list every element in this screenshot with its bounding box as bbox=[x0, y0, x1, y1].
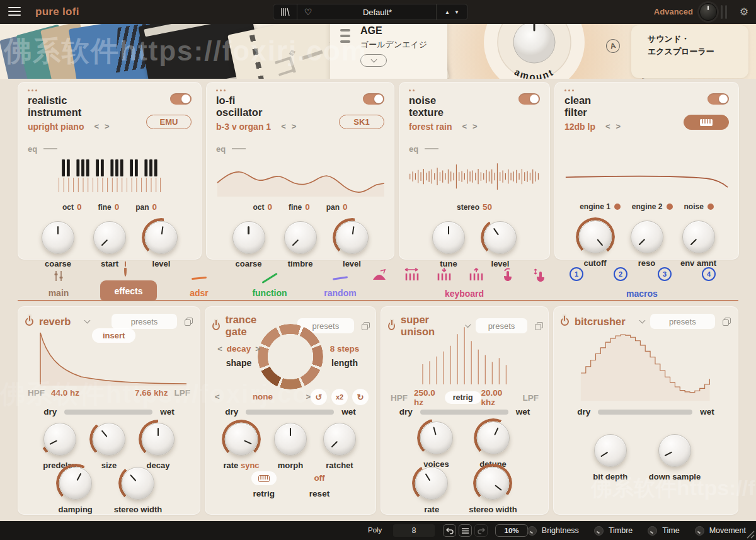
rotate-left-button[interactable]: ↺ bbox=[311, 389, 327, 405]
module-mode-badge[interactable]: EMU bbox=[146, 115, 192, 129]
voices-knob[interactable] bbox=[420, 422, 453, 454]
poly-value-field[interactable]: 8 bbox=[393, 524, 435, 537]
rate-knob[interactable] bbox=[225, 423, 258, 456]
engine1-route-dot[interactable] bbox=[614, 204, 621, 210]
expand-chevron-button[interactable] bbox=[360, 54, 387, 67]
favorite-heart-icon[interactable]: ♡ bbox=[297, 7, 319, 17]
rate-knob[interactable] bbox=[415, 467, 448, 500]
module-preset-name[interactable]: upright piano bbox=[28, 122, 84, 132]
current-preset-name[interactable]: Default* bbox=[319, 8, 436, 17]
macro-2-icon[interactable]: 2 bbox=[614, 267, 627, 281]
oct-value[interactable]: 0 bbox=[267, 202, 272, 212]
module-enable-toggle[interactable] bbox=[170, 93, 192, 105]
sync-label[interactable]: sync bbox=[241, 461, 260, 470]
macro-brightness[interactable]: Brightness bbox=[527, 526, 579, 536]
settings-gear-icon[interactable]: ⚙ bbox=[740, 6, 748, 18]
start-knob[interactable] bbox=[93, 221, 126, 254]
hpf-value[interactable]: 44.0 hz bbox=[51, 388, 79, 398]
macro-3-icon[interactable]: 3 bbox=[658, 267, 672, 281]
gate-steps-ring[interactable] bbox=[258, 324, 323, 389]
dry-wet-slider[interactable] bbox=[420, 410, 508, 415]
module-options-dots[interactable] bbox=[216, 88, 296, 92]
prev-arrow-icon[interactable]: < bbox=[94, 122, 99, 131]
age-preset-card[interactable]: AGE ゴールデンエイジ bbox=[330, 24, 447, 79]
level-knob[interactable] bbox=[484, 221, 517, 254]
next-arrow-icon[interactable]: > bbox=[306, 392, 311, 401]
next-arrow-icon[interactable]: > bbox=[616, 122, 621, 131]
eq-mini-slider[interactable] bbox=[425, 148, 438, 149]
pattern-value[interactable]: none bbox=[253, 392, 273, 401]
tab-adsr[interactable]: adsr bbox=[174, 267, 224, 298]
dry-wet-slider[interactable] bbox=[64, 410, 152, 415]
advanced-toggle[interactable]: Advanced bbox=[654, 7, 693, 16]
library-icon[interactable] bbox=[273, 4, 297, 20]
copy-icon[interactable] bbox=[535, 322, 541, 330]
noise-route-dot[interactable] bbox=[707, 204, 714, 210]
module-enable-toggle[interactable] bbox=[707, 93, 729, 105]
chevron-down-icon[interactable] bbox=[84, 318, 91, 324]
next-arrow-icon[interactable]: > bbox=[255, 344, 260, 353]
module-preset-name[interactable]: 12db lp bbox=[564, 122, 595, 132]
macro-time[interactable]: Time bbox=[648, 526, 679, 536]
stereo-width-knob[interactable] bbox=[122, 467, 154, 500]
copy-icon[interactable] bbox=[185, 318, 193, 326]
zoom-level-button[interactable]: 10% bbox=[495, 524, 528, 537]
decay-knob[interactable] bbox=[142, 423, 175, 456]
morph-knob[interactable] bbox=[274, 423, 307, 456]
bit-depth-knob[interactable] bbox=[594, 434, 627, 467]
prev-arrow-icon[interactable]: < bbox=[281, 122, 286, 131]
double-button[interactable]: x2 bbox=[331, 389, 348, 405]
macro-1-icon[interactable]: 1 bbox=[570, 267, 583, 281]
module-preset-name[interactable]: b-3 v organ 1 bbox=[216, 122, 271, 132]
module-mode-badge[interactable]: SK1 bbox=[339, 115, 384, 129]
preset-previous-arrow[interactable]: ▲ bbox=[445, 9, 450, 15]
history-menu-button[interactable] bbox=[459, 524, 472, 537]
macro-knob-icon[interactable] bbox=[527, 526, 537, 536]
undo-button[interactable] bbox=[443, 524, 456, 537]
keyboard-tracking-badge[interactable] bbox=[684, 115, 729, 130]
mod-touch-icon[interactable] bbox=[532, 267, 547, 282]
module-enable-toggle[interactable] bbox=[518, 93, 540, 105]
next-arrow-icon[interactable]: > bbox=[105, 122, 110, 131]
power-icon[interactable] bbox=[25, 318, 33, 326]
prev-arrow-icon[interactable]: < bbox=[217, 344, 222, 353]
chevron-down-icon[interactable] bbox=[639, 318, 645, 324]
level-knob[interactable] bbox=[145, 221, 178, 254]
oct-value[interactable]: 0 bbox=[77, 202, 82, 212]
level-knob[interactable] bbox=[336, 221, 369, 254]
lpf-value[interactable]: 7.66 khz bbox=[135, 388, 168, 398]
resize-handle[interactable] bbox=[747, 531, 755, 539]
fine-value[interactable]: 0 bbox=[115, 202, 120, 212]
macros-section-label[interactable]: macros bbox=[617, 289, 667, 299]
tune-knob[interactable] bbox=[432, 221, 465, 254]
pan-value[interactable]: 0 bbox=[152, 202, 158, 212]
hpf-value[interactable]: 250.0 hz bbox=[414, 388, 445, 407]
reset-value[interactable]: off bbox=[309, 471, 329, 485]
tab-effects-active[interactable]: effects bbox=[100, 280, 157, 301]
macro-timbre[interactable]: Timbre bbox=[594, 526, 633, 536]
rotate-right-button[interactable]: ↻ bbox=[352, 389, 369, 405]
env-amount-knob[interactable] bbox=[682, 221, 715, 253]
module-preset-name[interactable]: forest rain bbox=[409, 122, 452, 132]
predelay-knob[interactable] bbox=[43, 423, 76, 456]
detune-knob[interactable] bbox=[477, 422, 510, 454]
fx-title[interactable]: bitcrusher bbox=[575, 316, 626, 328]
size-knob[interactable] bbox=[93, 423, 125, 456]
tab-random[interactable]: random bbox=[315, 267, 365, 298]
retrig-keyboard-button[interactable] bbox=[251, 471, 277, 485]
copy-icon[interactable] bbox=[362, 322, 369, 330]
sound-explorer-card[interactable]: サウンド・エクスプローラー bbox=[631, 25, 748, 78]
aftertouch-icon[interactable] bbox=[500, 267, 515, 282]
pitch-bend-icon[interactable] bbox=[372, 267, 387, 282]
stereo-value[interactable]: 50 bbox=[483, 202, 492, 212]
keyboard-section-label[interactable]: keyboard bbox=[439, 289, 490, 299]
master-volume-knob[interactable] bbox=[699, 3, 717, 21]
eq-mini-slider[interactable] bbox=[232, 148, 246, 149]
amount-macro-knob[interactable]: amount bbox=[481, 24, 588, 79]
macro-4-icon[interactable]: 4 bbox=[702, 267, 716, 281]
shape-value[interactable]: decay bbox=[227, 344, 251, 353]
length-value[interactable]: 8 steps bbox=[330, 344, 360, 353]
eq-mini-slider[interactable] bbox=[43, 148, 57, 149]
macro-knob-icon[interactable] bbox=[648, 526, 657, 536]
prev-arrow-icon[interactable]: < bbox=[215, 392, 220, 401]
